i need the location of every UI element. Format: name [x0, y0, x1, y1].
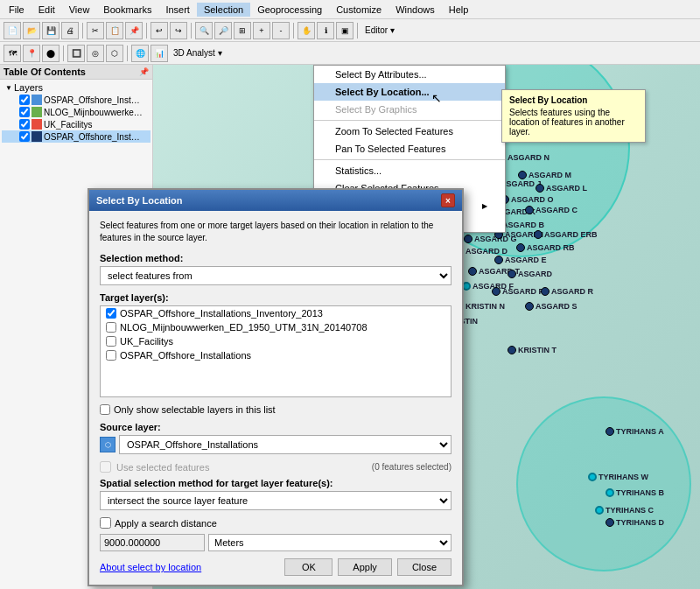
toc-layers-group[interactable]: ▼ Layers	[2, 81, 150, 94]
identify-btn[interactable]: ℹ	[317, 22, 334, 39]
zoom-to-selected-item[interactable]: Zoom To Selected Features	[314, 123, 505, 140]
spatial-method-select[interactable]: intersect the source layer feature	[100, 491, 452, 510]
menu-customize[interactable]: Customize	[329, 3, 388, 17]
tb2-btn5[interactable]: ◎	[87, 45, 104, 62]
tb2-btn4[interactable]: 🔲	[67, 45, 85, 62]
target-layer-label-3: OSPAR_Offshore_Installations	[120, 350, 251, 361]
toc-checkbox-nlog[interactable]	[19, 107, 30, 117]
use-selected-check[interactable]	[100, 461, 111, 473]
menu-file[interactable]: File	[2, 3, 32, 17]
apply-button[interactable]: Apply	[338, 558, 392, 576]
source-layer-select[interactable]: OSPAR_Offshore_Installations	[119, 435, 452, 454]
distance-input[interactable]	[100, 534, 205, 551]
feature-name: ASGARD RB	[527, 243, 575, 252]
menu-selection[interactable]: Selection	[197, 3, 250, 17]
apply-search-label: Apply a search distance	[115, 518, 217, 529]
select-by-attributes-item[interactable]: Select By Attributes...	[314, 66, 505, 83]
ok-button[interactable]: OK	[284, 558, 332, 576]
dialog-title: Select By Location	[96, 195, 182, 206]
statistics-item[interactable]: Statistics...	[314, 162, 505, 179]
toc-item-ospar-offshore[interactable]: OSPAR_Offshore_Installations	[2, 130, 150, 143]
only-selectable-row: Only show selectable layers in this list	[100, 404, 452, 415]
feature-label: TYRIHANS D	[606, 518, 664, 527]
toc-checkbox-ospar-offshore[interactable]	[19, 131, 30, 142]
target-layer-item-3[interactable]: OSPAR_Offshore_Installations	[101, 348, 451, 362]
toc-item-nlog[interactable]: NLOG_Mijnbouwwerken_ED_19...	[2, 106, 150, 118]
apply-search-check[interactable]	[100, 517, 111, 529]
tb2-btn7[interactable]: 🌐	[131, 45, 149, 62]
menu-insert[interactable]: Insert	[158, 3, 197, 17]
feature-dot	[494, 256, 503, 264]
menu-edit[interactable]: Edit	[32, 3, 62, 17]
feature-name: TYRIHANS D	[616, 518, 664, 527]
toc-checkbox-ospar-inventory[interactable]	[19, 95, 30, 105]
zoom-to-selected-label: Zoom To Selected Features	[335, 126, 453, 137]
target-layer-check-0[interactable]	[106, 308, 116, 319]
feature-label: TYRIHANS W	[588, 473, 648, 481]
selection-method-select[interactable]: select features from	[100, 266, 452, 285]
feature-label: ASGARD ERB	[534, 230, 598, 239]
tb2-btn8[interactable]: 📊	[150, 45, 168, 62]
dialog-close-button[interactable]: ×	[441, 193, 455, 207]
redo-btn[interactable]: ↪	[170, 22, 187, 39]
feature-dot	[525, 206, 534, 214]
full-extent-btn[interactable]: ⊞	[234, 22, 251, 39]
selection-method-label: Selection method:	[100, 253, 452, 263]
paste-btn[interactable]: 📌	[125, 22, 143, 39]
toc-checkbox-uk-fac[interactable]	[19, 119, 30, 130]
only-selectable-check[interactable]	[100, 404, 110, 415]
menu-geoprocessing[interactable]: Geoprocessing	[250, 3, 329, 17]
print-btn[interactable]: 🖨	[61, 22, 79, 39]
open-btn[interactable]: 📂	[23, 22, 40, 39]
target-layer-item-1[interactable]: NLOG_Mijnbouwwerken_ED_1950_UTM_31N_2014…	[101, 320, 451, 334]
toc-item-ospar-inventory[interactable]: OSPAR_Offshore_Installations_I...	[2, 94, 150, 106]
feature-dot	[508, 346, 516, 354]
select-btn[interactable]: ▣	[336, 22, 354, 39]
layers-expand-icon[interactable]: ▼	[5, 84, 12, 92]
analyst-label: 3D Analyst ▾	[170, 48, 226, 58]
pan-btn[interactable]: ✋	[298, 22, 315, 39]
feature-label: TYRIHANS B	[606, 488, 664, 497]
tb2-btn6[interactable]: ⬡	[106, 45, 123, 62]
feature-name: ASGARD S	[536, 302, 578, 311]
tb2-btn2[interactable]: 📍	[23, 45, 40, 62]
toc-item-uk-fac[interactable]: UK_Facilitys	[2, 118, 150, 130]
feature-label: ASGARD S	[525, 302, 578, 311]
menu-bookmarks[interactable]: Bookmarks	[96, 3, 158, 17]
about-link[interactable]: About select by location	[100, 562, 201, 572]
feature-name: KRISTIN N	[466, 302, 505, 311]
select-by-location-item[interactable]: Select By Location...	[314, 83, 505, 101]
new-btn[interactable]: 📄	[4, 22, 21, 39]
toc-pin-icon[interactable]: 📌	[139, 67, 149, 76]
zoom-in-btn[interactable]: 🔍	[195, 22, 213, 39]
pan-to-selected-item[interactable]: Pan To Selected Features	[314, 140, 505, 158]
tb2-btn3[interactable]: ⬤	[42, 45, 60, 62]
zoom-out-btn[interactable]: 🔎	[214, 22, 232, 39]
target-layer-item-2[interactable]: UK_Facilitys	[101, 334, 451, 348]
target-layer-item-0[interactable]: OSPAR_Offshore_Installations_Inventory_2…	[101, 306, 451, 320]
fixed-zoom-in-btn[interactable]: +	[253, 22, 270, 39]
distance-row: Meters	[100, 534, 452, 551]
target-layer-check-3[interactable]	[106, 350, 116, 361]
close-button[interactable]: Close	[397, 558, 452, 576]
target-layer-check-1[interactable]	[106, 322, 116, 333]
distance-unit-select[interactable]: Meters	[208, 534, 452, 551]
target-layer-check-2[interactable]	[106, 336, 116, 347]
apply-search-row: Apply a search distance	[100, 517, 452, 529]
feature-dot	[492, 287, 500, 296]
cut-btn[interactable]: ✂	[87, 22, 104, 39]
undo-btn[interactable]: ↩	[150, 22, 168, 39]
sep5	[357, 23, 358, 39]
menu-help[interactable]: Help	[442, 3, 476, 17]
menu-view[interactable]: View	[62, 3, 97, 17]
save-btn[interactable]: 💾	[42, 22, 60, 39]
feature-label: ASGARD O	[500, 195, 554, 204]
copy-btn[interactable]: 📋	[106, 22, 123, 39]
fixed-zoom-out-btn[interactable]: -	[272, 22, 290, 39]
target-layers-listbox[interactable]: OSPAR_Offshore_Installations_Inventory_2…	[100, 305, 452, 397]
menu-windows[interactable]: Windows	[388, 3, 442, 17]
target-layer-label-0: OSPAR_Offshore_Installations_Inventory_2…	[120, 308, 323, 319]
tb2-btn1[interactable]: 🗺	[4, 45, 21, 62]
feature-label: ASGARD	[508, 270, 552, 278]
feature-dot	[541, 287, 550, 296]
